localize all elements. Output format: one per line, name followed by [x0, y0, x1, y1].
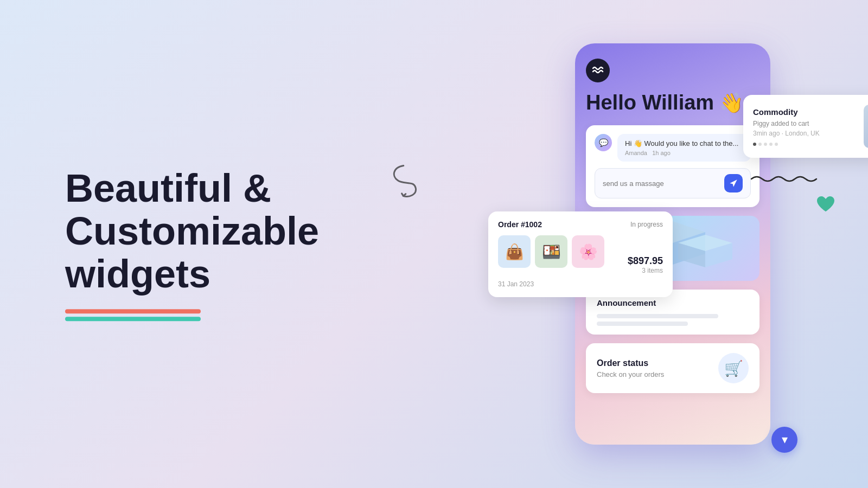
chat-sender: Amanda — [625, 150, 647, 156]
title-line2: Customizable — [65, 209, 319, 253]
announcement-title: Announcement — [597, 298, 749, 307]
title-line3: widgets — [65, 253, 210, 296]
chat-text: Hi 👋 Would you like to chat to the... — [625, 139, 743, 147]
wave-emoji: 👋 — [719, 92, 744, 114]
dot-3 — [764, 143, 767, 146]
chat-message-row: 💬 Hi 👋 Would you like to chat to the... … — [595, 134, 751, 162]
order-card: Order #1002 In progress 👜 🍱 🌸 $897.95 3 … — [488, 211, 673, 297]
order-status-subtitle: Check on your orders — [597, 370, 664, 378]
avatar-icon: 💬 — [599, 138, 608, 147]
chat-card: 💬 Hi 👋 Would you like to chat to the... … — [586, 125, 760, 207]
order-date: 31 Jan 2023 — [498, 280, 534, 288]
scroll-down-button[interactable]: ▾ — [771, 427, 797, 453]
left-section: Beautiful & Customizable widgets — [65, 167, 347, 321]
order-status-badge: In progress — [630, 221, 663, 228]
dot-4 — [769, 143, 773, 146]
chat-time: 1h ago — [652, 150, 671, 156]
chevron-down-icon: ▾ — [782, 434, 788, 446]
chat-meta: Amanda 1h ago — [625, 150, 743, 156]
dot-1 — [753, 143, 756, 146]
order-status-card[interactable]: Order status Check on your orders 🛒 — [586, 343, 760, 393]
commodity-description: Piggy added to cart — [753, 120, 855, 127]
chat-input[interactable] — [603, 179, 720, 188]
wave-line-orange — [65, 309, 201, 313]
order-products: 👜 🍱 🌸 — [498, 235, 604, 268]
order-status-title: Order status — [597, 358, 664, 368]
logo-icon — [586, 59, 610, 82]
order-footer: 31 Jan 2023 — [498, 279, 663, 288]
main-title: Beautiful & Customizable widgets — [65, 167, 347, 296]
order-price: $897.95 — [628, 255, 663, 267]
commodity-dots — [753, 143, 855, 146]
product-bag: 👜 — [498, 235, 531, 268]
commodity-image: 👜 — [864, 105, 868, 148]
dot-5 — [775, 143, 778, 146]
dot-2 — [758, 143, 762, 146]
order-number: Order #1002 — [498, 220, 542, 229]
title-line1: Beautiful & — [65, 166, 271, 210]
order-row: 👜 🍱 🌸 $897.95 3 items — [498, 235, 663, 274]
greeting: Hello William 👋 — [586, 91, 760, 114]
wave-line-teal — [65, 317, 201, 321]
commodity-meta: 3min ago · London, UK — [753, 130, 855, 137]
swirl-svg — [387, 160, 425, 203]
order-total: $897.95 3 items — [628, 255, 663, 274]
commodity-info: Commodity Piggy added to cart 3min ago ·… — [753, 107, 855, 146]
phone-container: Commodity Piggy added to cart 3min ago ·… — [575, 43, 770, 445]
cart-icon: 🛒 — [724, 359, 743, 377]
cart-icon-container: 🛒 — [718, 353, 749, 383]
commodity-title: Commodity — [753, 107, 855, 117]
chat-bubble: Hi 👋 Would you like to chat to the... Am… — [617, 134, 751, 162]
send-button[interactable] — [724, 174, 743, 192]
product-cosmetic: 🌸 — [572, 235, 604, 268]
logo-svg — [591, 64, 604, 77]
chat-input-row[interactable] — [595, 168, 751, 198]
product-container: 🍱 — [535, 235, 567, 268]
announcement-line-1 — [597, 314, 718, 318]
squiggle-svg — [749, 174, 819, 184]
deco-heart — [816, 195, 835, 218]
order-items-count: 3 items — [628, 267, 663, 274]
wave-decoration — [65, 309, 347, 321]
deco-squiggle — [749, 174, 819, 187]
order-status-text-group: Order status Check on your orders — [597, 358, 664, 378]
commodity-card: Commodity Piggy added to cart 3min ago ·… — [743, 95, 868, 158]
announcement-line-2 — [597, 322, 688, 326]
greeting-text: Hello William — [586, 91, 714, 114]
heart-svg — [816, 195, 835, 214]
deco-swirl — [387, 160, 426, 209]
order-header: Order #1002 In progress — [498, 220, 663, 229]
send-icon — [729, 179, 738, 188]
announcement-lines — [597, 314, 749, 326]
chat-avatar: 💬 — [595, 134, 612, 151]
